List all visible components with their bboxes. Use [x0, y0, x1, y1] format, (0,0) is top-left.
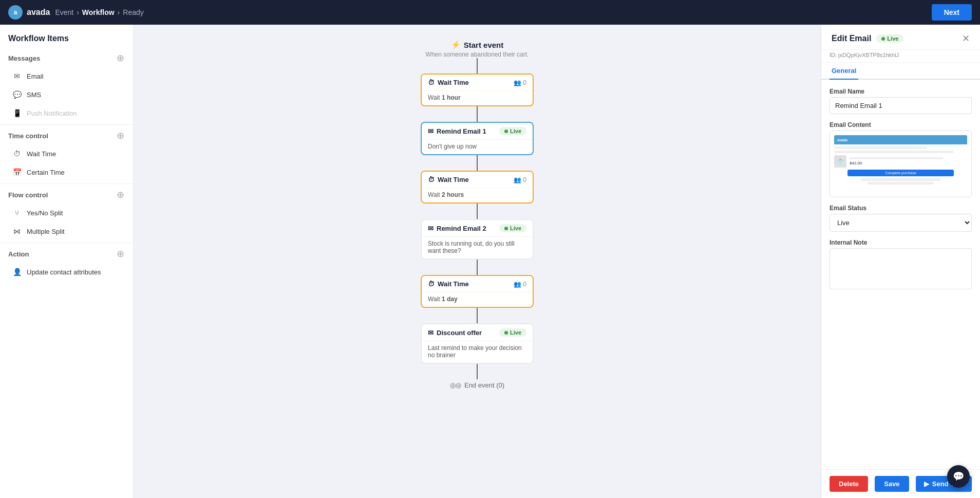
- email-card-1[interactable]: Remind Email 1 Live Don't give up now: [421, 122, 534, 155]
- send-test-icon: ▶: [924, 480, 929, 488]
- email-header-1: Remind Email 1 Live: [422, 123, 533, 140]
- action-add-button[interactable]: ⊕: [116, 249, 125, 259]
- preview-line-4: [868, 182, 934, 185]
- email-title-1: Remind Email 1: [437, 127, 486, 135]
- end-icon: ◎: [450, 381, 461, 389]
- badge-label-1: Live: [510, 128, 521, 134]
- sidebar-item-sms[interactable]: SMS: [0, 85, 133, 104]
- preview-header-bar: avada: [834, 135, 967, 144]
- email-card-2[interactable]: Remind Email 2 Live Stock is running out…: [421, 219, 534, 260]
- start-event-label: Start event: [464, 41, 504, 49]
- sidebar-item-yes-no-split[interactable]: Yes/No Split: [0, 204, 133, 222]
- time-control-section-label: Time control: [8, 132, 48, 140]
- people-count-3-val: 0: [523, 281, 526, 288]
- badge-label-2: Live: [510, 225, 521, 231]
- sidebar-item-multiple-split[interactable]: Multiple Split: [0, 222, 133, 241]
- email-body-2: Stock is running out, do you still want …: [422, 237, 533, 259]
- delete-button[interactable]: Delete: [830, 476, 868, 492]
- messages-section-header: Messages ⊕: [0, 49, 133, 67]
- sidebar-item-yes-no-split-label: Yes/No Split: [27, 209, 63, 217]
- preview-product: 👕 $42.00: [834, 155, 967, 168]
- breadcrumb-workflow[interactable]: Workflow: [82, 8, 115, 16]
- email-status-label: Email Status: [830, 205, 972, 212]
- wait-header-1: Wait Time 👥0: [422, 75, 533, 91]
- connector-5: [477, 260, 478, 275]
- main-layout: Workflow Items Messages ⊕ Email SMS Push…: [0, 25, 980, 498]
- wait-card-2[interactable]: Wait Time 👥0 Wait 2 hours: [421, 171, 534, 204]
- badge-dot-3: [504, 331, 508, 335]
- panel-close-button[interactable]: ✕: [962, 33, 970, 44]
- messages-add-button[interactable]: ⊕: [116, 53, 125, 63]
- action-section-label: Action: [8, 250, 29, 258]
- people-count-1: 👥0: [514, 79, 526, 86]
- clock-icon-1: [428, 79, 435, 86]
- connector-4: [477, 204, 478, 219]
- envelope-icon-1: [428, 127, 434, 135]
- time-control-add-button[interactable]: ⊕: [116, 131, 125, 140]
- email-preview-inner: avada 👕 $42.00 Complete purchase: [830, 131, 971, 197]
- connector-2: [477, 106, 478, 122]
- preview-line-3: [861, 178, 940, 181]
- end-event: ◎ End event (0): [450, 381, 504, 389]
- flash-icon: [451, 40, 461, 49]
- sidebar: Workflow Items Messages ⊕ Email SMS Push…: [0, 25, 134, 498]
- badge-label-3: Live: [510, 329, 521, 336]
- wait-card-1[interactable]: Wait Time 👥0 Wait 1 hour: [421, 73, 534, 106]
- breadcrumb-event[interactable]: Event: [55, 8, 73, 16]
- connector-3: [477, 155, 478, 171]
- panel-title-text: Edit Email: [832, 34, 871, 43]
- sidebar-item-email[interactable]: Email: [0, 67, 133, 85]
- sidebar-item-email-label: Email: [27, 72, 44, 80]
- flow-control-section-header: Flow control ⊕: [0, 186, 133, 204]
- end-event-label: End event (0): [464, 381, 504, 389]
- clock-icon: [12, 149, 22, 158]
- chat-icon: 💬: [953, 471, 964, 482]
- sidebar-item-push-label: Push Notification: [27, 109, 77, 117]
- preview-logo: avada: [837, 138, 847, 142]
- workflow-container: Start event When someone abandoned their…: [349, 40, 606, 483]
- tab-general[interactable]: General: [830, 63, 858, 80]
- internal-note-textarea[interactable]: [830, 248, 972, 289]
- email-title-2: Remind Email 2: [437, 225, 486, 232]
- panel-body: Email Name Email Content avada 👕 $42.00: [821, 80, 980, 469]
- topnav: a avada Event › Workflow › Ready Next: [0, 0, 980, 25]
- internal-note-label: Internal Note: [830, 239, 972, 246]
- next-button[interactable]: Next: [932, 4, 972, 21]
- people-count-1-val: 0: [523, 79, 526, 86]
- email-name-input[interactable]: [830, 97, 972, 114]
- email-header-left-1: Remind Email 1: [428, 127, 486, 135]
- panel-badge-dot: [881, 37, 885, 41]
- sidebar-item-wait-time[interactable]: Wait Time: [0, 144, 133, 163]
- email-title-3: Discount offer: [437, 329, 482, 337]
- connector-7: [477, 364, 478, 379]
- start-event-sub: When someone abandoned their cart.: [426, 51, 529, 58]
- email-card-3[interactable]: Discount offer Live Last remind to make …: [421, 323, 534, 364]
- chat-bubble[interactable]: 💬: [947, 465, 970, 488]
- save-button[interactable]: Save: [875, 476, 909, 492]
- sidebar-item-wait-time-label: Wait Time: [27, 150, 56, 158]
- people-count-2-val: 0: [523, 176, 526, 183]
- multi-icon: [12, 227, 22, 236]
- wait-title-1: Wait Time: [438, 79, 469, 86]
- flow-control-add-button[interactable]: ⊕: [116, 190, 125, 199]
- email-header-left-3: Discount offer: [428, 329, 482, 337]
- envelope-icon: [12, 71, 22, 81]
- email-preview[interactable]: avada 👕 $42.00 Complete purchase: [830, 131, 972, 197]
- email-content-label: Email Content: [830, 121, 972, 128]
- sidebar-item-certain-time[interactable]: Certain Time: [0, 163, 133, 181]
- wait-header-2: Wait Time 👥0: [422, 172, 533, 188]
- start-event: Start event When someone abandoned their…: [426, 40, 529, 58]
- phone-icon: [12, 108, 22, 118]
- email-header-2: Remind Email 2 Live: [422, 220, 533, 237]
- live-badge-1: Live: [499, 127, 526, 135]
- email-body-1: Don't give up now: [422, 140, 533, 154]
- connector-6: [477, 308, 478, 323]
- wait-header-3: Wait Time 👥0: [422, 276, 533, 292]
- sidebar-item-push: Push Notification: [0, 104, 133, 122]
- email-body-3: Last remind to make your decision no bra…: [422, 341, 533, 363]
- panel-id: ID: jxDQpKjvXBTP8s1hkhiJ: [821, 50, 980, 63]
- email-status-select[interactable]: Live Draft Paused: [830, 214, 972, 232]
- sidebar-item-update-contact[interactable]: Update contact attributes: [0, 263, 133, 281]
- connector-1: [477, 58, 478, 73]
- wait-card-3[interactable]: Wait Time 👥0 Wait 1 day: [421, 275, 534, 308]
